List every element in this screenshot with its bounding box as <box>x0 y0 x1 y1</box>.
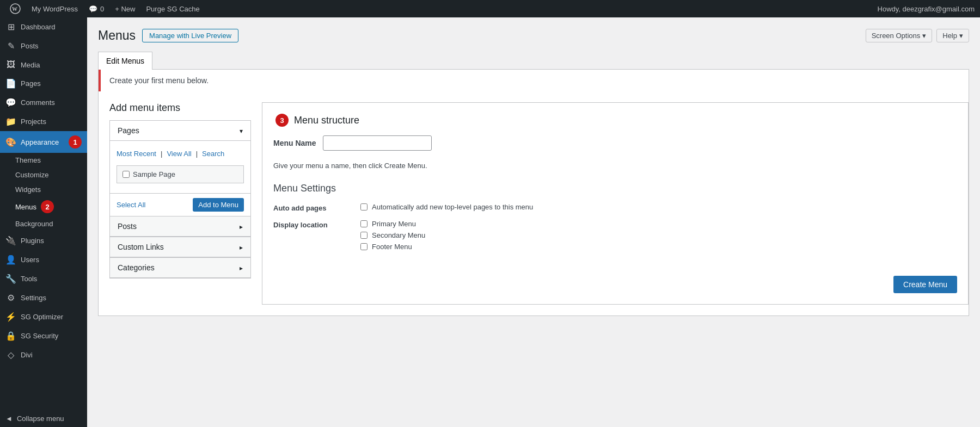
site-name-label: My WordPress <box>32 5 78 13</box>
sidebar-item-label: Divi <box>21 351 82 359</box>
sidebar-item-posts[interactable]: ✎ Posts <box>0 36 87 55</box>
posts-icon: ✎ <box>5 41 16 51</box>
divi-icon: ◇ <box>5 350 16 360</box>
step-1-badge: 1 <box>69 135 82 148</box>
screen-options-button[interactable]: Screen Options ▾ <box>866 29 933 42</box>
user-greeting: Howdy, deezgrafix@gmail.com <box>878 5 975 13</box>
sidebar-item-pages[interactable]: 📄 Pages <box>0 74 87 93</box>
sidebar-item-sg-security[interactable]: 🔒 SG Security <box>0 326 87 345</box>
sidebar-item-sg-optimizer[interactable]: ⚡ SG Optimizer <box>0 307 87 326</box>
posts-accordion-header[interactable]: Posts <box>110 216 250 237</box>
step-2-badge: 2 <box>41 200 54 213</box>
menu-name-label: Menu Name <box>273 139 316 147</box>
menu-settings-title: Menu Settings <box>273 183 957 194</box>
footer-menu-text: Footer Menu <box>372 243 412 251</box>
create-menu-button[interactable]: Create Menu <box>893 276 957 293</box>
collapse-icon: ◄ <box>5 414 13 423</box>
chevron-down-icon: ▾ <box>959 32 963 40</box>
auto-add-checkbox[interactable] <box>360 203 367 211</box>
page-item-checkbox[interactable] <box>122 171 130 178</box>
sidebar-item-media[interactable]: 🖼 Media <box>0 55 87 74</box>
chevron-down-icon: ▾ <box>922 32 926 40</box>
sidebar-item-users[interactable]: 👤 Users <box>0 250 87 269</box>
menu-name-input[interactable] <box>323 135 432 151</box>
pages-accordion-header[interactable]: Pages <box>110 121 250 141</box>
comments-link[interactable]: 💬 0 <box>84 0 108 17</box>
posts-accordion: Posts <box>109 216 251 237</box>
footer-menu-checkbox[interactable] <box>360 243 367 250</box>
sidebar-item-appearance[interactable]: 🎨 Appearance 1 <box>0 131 87 153</box>
sidebar-item-projects[interactable]: 📁 Projects <box>0 112 87 131</box>
custom-links-accordion: Custom Links <box>109 237 251 258</box>
categories-accordion-header[interactable]: Categories <box>110 258 250 278</box>
search-tab[interactable]: Search <box>202 147 224 160</box>
sidebar-item-dashboard[interactable]: ⊞ Dashboard <box>0 17 87 36</box>
submenu-themes[interactable]: Themes <box>0 153 87 168</box>
add-to-menu-button[interactable]: Add to Menu <box>193 198 244 212</box>
primary-menu-checkbox[interactable] <box>360 220 367 227</box>
step-3-badge: 3 <box>275 114 289 127</box>
comments-icon: 💬 <box>5 97 16 108</box>
wp-logo[interactable]: W <box>5 0 25 17</box>
sidebar-item-label: Appearance <box>21 138 62 146</box>
view-all-tab[interactable]: View All <box>167 147 191 160</box>
help-button[interactable]: Help ▾ <box>936 29 969 42</box>
sidebar-item-label: SG Optimizer <box>21 313 82 321</box>
chevron-down-icon <box>240 126 243 135</box>
page-header: Menus Manage with Live Preview Screen Op… <box>98 28 969 43</box>
submenu-widgets[interactable]: Widgets <box>0 182 87 197</box>
tab-edit-menus[interactable]: Edit Menus <box>98 52 152 70</box>
add-menu-items-panel: Add menu items Pages Most Recent | <box>109 102 251 305</box>
most-recent-tab[interactable]: Most Recent <box>117 147 156 160</box>
admin-sidebar: ⊞ Dashboard ✎ Posts 🖼 Media 📄 Pages 💬 Co… <box>0 17 87 427</box>
pages-accordion-content: Most Recent | View All | Search Sample P… <box>110 141 250 193</box>
sidebar-item-label: SG Security <box>21 332 82 340</box>
comment-count: 0 <box>100 5 104 13</box>
pages-accordion-footer: Select All Add to Menu <box>110 193 250 216</box>
display-location-row: Display location Primary Menu Secondary … <box>273 220 957 251</box>
custom-links-label: Custom Links <box>118 243 164 251</box>
users-icon: 👤 <box>5 255 16 265</box>
sidebar-item-label: Projects <box>21 117 82 126</box>
auto-add-desc: Automatically add new top-level pages to… <box>372 203 533 211</box>
auto-add-pages-row: Auto add pages Automatically add new top… <box>273 203 957 212</box>
tab-bar: Edit Menus <box>98 52 969 70</box>
sidebar-item-label: Pages <box>21 79 82 88</box>
pages-accordion: Pages Most Recent | View All | Search <box>109 120 251 216</box>
select-all-link[interactable]: Select All <box>117 201 145 209</box>
new-label: + New <box>115 5 135 13</box>
page-item-sample: Sample Page <box>117 165 244 183</box>
sidebar-item-divi[interactable]: ◇ Divi <box>0 345 87 364</box>
comment-icon: 💬 <box>89 5 97 13</box>
sidebar-item-settings[interactable]: ⚙ Settings <box>0 288 87 307</box>
menu-structure-panel: 3 Menu structure Menu Name Give your men… <box>262 102 969 305</box>
submenu-background[interactable]: Background <box>0 216 87 231</box>
chevron-right-icon <box>240 243 243 251</box>
sidebar-item-label: Plugins <box>21 237 82 245</box>
notice-text: Create your first menu below. <box>109 76 209 85</box>
notice-box: Create your first menu below. <box>99 70 969 91</box>
collapse-menu[interactable]: ◄ Collapse menu <box>0 410 87 427</box>
secondary-menu-checkbox[interactable] <box>360 232 367 239</box>
secondary-menu-label[interactable]: Secondary Menu <box>360 231 425 239</box>
sidebar-item-label: Settings <box>21 294 82 302</box>
plugins-icon: 🔌 <box>5 236 16 246</box>
submenu-customize[interactable]: Customize <box>0 168 87 182</box>
primary-menu-label[interactable]: Primary Menu <box>360 220 425 228</box>
new-content[interactable]: + New <box>111 0 139 17</box>
site-name[interactable]: My WordPress <box>27 0 82 17</box>
sidebar-item-label: Users <box>21 256 82 264</box>
purge-cache[interactable]: Purge SG Cache <box>142 0 204 17</box>
footer-menu-label[interactable]: Footer Menu <box>360 243 425 251</box>
auto-add-checkbox-label[interactable]: Automatically add new top-level pages to… <box>360 203 533 211</box>
sidebar-item-plugins[interactable]: 🔌 Plugins <box>0 231 87 250</box>
submenu-menus[interactable]: Menus 2 <box>0 197 87 216</box>
menu-hint: Give your menu a name, then click Create… <box>273 162 957 170</box>
categories-label: Categories <box>118 263 155 272</box>
custom-links-accordion-header[interactable]: Custom Links <box>110 237 250 257</box>
sidebar-item-comments[interactable]: 💬 Comments <box>0 93 87 112</box>
sidebar-item-label: Tools <box>21 275 82 283</box>
chevron-right-icon <box>240 222 243 231</box>
sidebar-item-tools[interactable]: 🔧 Tools <box>0 269 87 288</box>
live-preview-button[interactable]: Manage with Live Preview <box>142 29 238 42</box>
